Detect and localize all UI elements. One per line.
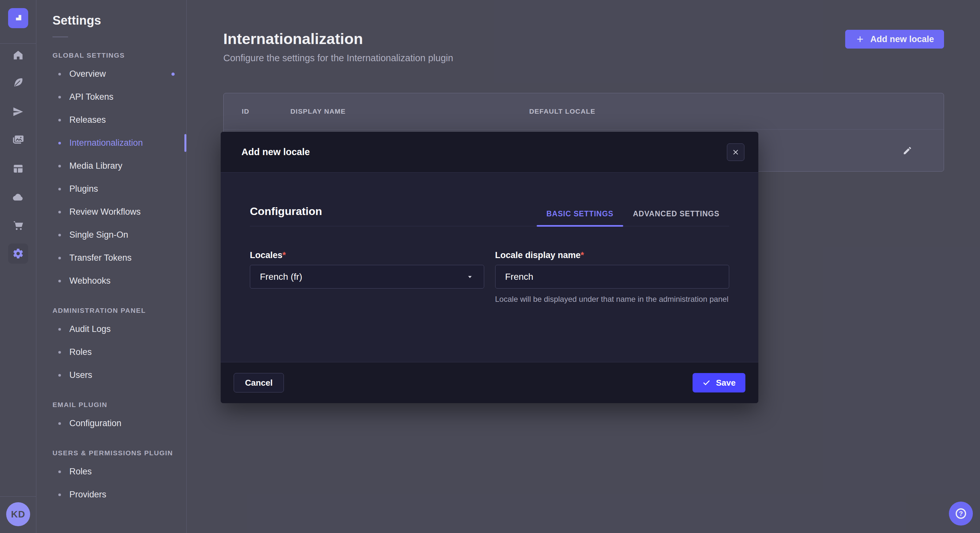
modal-body: Configuration BASIC SETTINGS ADVANCED SE… [221, 173, 758, 305]
display-name-input[interactable] [495, 265, 730, 289]
modal-header: Add new locale [221, 132, 758, 173]
required-asterisk: * [581, 250, 584, 260]
tab-advanced-settings[interactable]: ADVANCED SETTINGS [623, 209, 729, 226]
chevron-down-icon [466, 273, 474, 281]
add-locale-modal: Add new locale Configuration BASIC SETTI… [221, 132, 758, 403]
close-icon [732, 148, 740, 156]
configuration-header-row: Configuration BASIC SETTINGS ADVANCED SE… [250, 205, 729, 226]
locales-select[interactable]: French (fr) [250, 265, 484, 289]
modal-title: Add new locale [242, 147, 310, 157]
save-button-label: Save [716, 378, 736, 388]
display-name-field-group: Locale display name* Locale will be disp… [495, 250, 730, 305]
settings-tabs: BASIC SETTINGS ADVANCED SETTINGS [537, 209, 729, 226]
display-name-label: Locale display name* [495, 250, 730, 260]
locales-label-text: Locales [250, 250, 283, 260]
required-asterisk: * [283, 250, 286, 260]
locales-label: Locales* [250, 250, 484, 260]
configuration-title: Configuration [250, 205, 322, 226]
display-name-label-text: Locale display name [495, 250, 581, 260]
save-button[interactable]: Save [692, 373, 745, 392]
display-name-hint: Locale will be displayed under that name… [495, 294, 730, 305]
modal-footer: Cancel Save [221, 362, 758, 403]
cancel-button[interactable]: Cancel [234, 373, 284, 392]
close-modal-button[interactable] [727, 143, 745, 161]
check-icon [702, 379, 711, 387]
tab-basic-settings[interactable]: BASIC SETTINGS [537, 209, 623, 226]
locale-form: Locales* French (fr) Locale display name… [250, 250, 729, 305]
locales-field-group: Locales* French (fr) [250, 250, 484, 305]
locales-select-value: French (fr) [260, 272, 302, 282]
